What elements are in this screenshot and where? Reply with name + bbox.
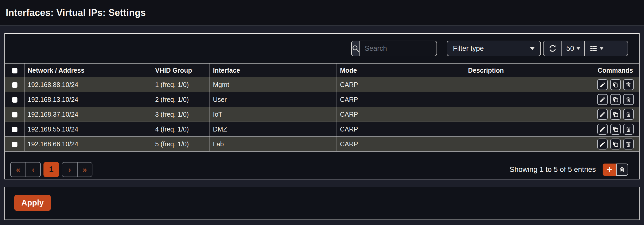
- delete-button[interactable]: [623, 139, 634, 149]
- edit-button[interactable]: [597, 124, 608, 135]
- refresh-icon: [548, 44, 557, 53]
- edit-button[interactable]: [597, 79, 608, 90]
- caret-down-icon: [600, 47, 603, 50]
- add-button[interactable]: +: [603, 164, 616, 176]
- row-checkbox[interactable]: [12, 112, 17, 117]
- column-header-commands: Commands: [592, 64, 639, 77]
- previous-page-button[interactable]: ‹: [26, 162, 40, 177]
- clone-button[interactable]: [610, 94, 621, 105]
- edit-button[interactable]: [597, 139, 608, 149]
- row-checkbox[interactable]: [12, 82, 17, 88]
- pager-forward-group: › »: [62, 162, 92, 177]
- cell-interface: Mgmt: [210, 77, 337, 92]
- delete-selected-button[interactable]: [616, 164, 628, 176]
- clone-button[interactable]: [610, 109, 621, 120]
- cell-vhid-group: 2 (freq. 1/0): [152, 92, 210, 107]
- row-checkbox[interactable]: [12, 97, 17, 103]
- pencil-icon: [599, 141, 606, 147]
- trash-icon: [625, 82, 632, 88]
- cell-network: 192.168.37.10/24: [24, 107, 152, 122]
- page-size-dropdown[interactable]: 50: [561, 41, 584, 56]
- grid-options-group: 50: [543, 41, 628, 56]
- row-checkbox[interactable]: [12, 127, 17, 132]
- plus-icon: +: [607, 164, 612, 175]
- cell-interface: User: [210, 92, 337, 107]
- title-bar: Interfaces: Virtual IPs: Settings: [0, 0, 644, 26]
- column-header-interface[interactable]: Interface: [210, 64, 337, 77]
- trash-icon: [625, 111, 632, 117]
- trash-icon: [625, 96, 632, 103]
- pencil-icon: [599, 82, 606, 88]
- table-row: 192.168.66.10/24 5 (freq. 1/0) Lab CARP: [5, 137, 639, 152]
- cell-network: 192.168.55.10/24: [24, 122, 152, 137]
- last-page-button[interactable]: »: [77, 162, 92, 177]
- cell-vhid-group: 3 (freq. 1/0): [152, 107, 210, 122]
- delete-button[interactable]: [623, 124, 634, 135]
- cell-description: [465, 122, 592, 137]
- caret-down-icon: [530, 47, 535, 50]
- cell-vhid-group: 4 (freq. 1/0): [152, 122, 210, 137]
- cell-network: 192.168.66.10/24: [24, 137, 152, 152]
- page-content: Filter type 50: [0, 26, 644, 220]
- column-header-mode[interactable]: Mode: [337, 64, 465, 77]
- pagination-right: Showing 1 to 5 of 5 entries +: [509, 164, 628, 176]
- search-icon: [352, 41, 360, 56]
- table-row: 192.168.55.10/24 4 (freq. 1/0) DMZ CARP: [5, 122, 639, 137]
- virtual-ips-table: Network / Address VHID Group Interface M…: [5, 63, 639, 152]
- cell-network: 192.168.88.10/24: [24, 77, 152, 92]
- edit-button[interactable]: [597, 94, 608, 105]
- first-page-button[interactable]: «: [11, 162, 26, 177]
- apply-button[interactable]: Apply: [14, 195, 51, 211]
- delete-button[interactable]: [623, 94, 634, 105]
- list-icon: [590, 45, 597, 52]
- cell-mode: CARP: [337, 122, 465, 137]
- cell-interface: Lab: [210, 137, 337, 152]
- cell-network: 192.168.13.10/24: [24, 92, 152, 107]
- delete-button[interactable]: [623, 109, 634, 120]
- clone-icon: [612, 82, 619, 88]
- column-header-network[interactable]: Network / Address: [24, 64, 152, 77]
- column-header-description[interactable]: Description: [465, 64, 592, 77]
- table-row: 192.168.13.10/24 2 (freq. 1/0) User CARP: [5, 92, 639, 107]
- apply-panel: Apply: [4, 187, 640, 220]
- column-header-vhid-group[interactable]: VHID Group: [152, 64, 210, 77]
- grid-toolbar: Filter type 50: [5, 34, 639, 63]
- entries-summary: Showing 1 to 5 of 5 entries: [509, 165, 596, 174]
- next-page-button[interactable]: ›: [62, 162, 77, 177]
- trash-icon: [619, 166, 625, 173]
- edit-button[interactable]: [597, 109, 608, 120]
- filter-type-dropdown[interactable]: Filter type: [447, 41, 541, 56]
- cell-description: [465, 107, 592, 122]
- cell-mode: CARP: [337, 92, 465, 107]
- cell-description: [465, 137, 592, 152]
- refresh-button[interactable]: [544, 41, 561, 56]
- row-checkbox[interactable]: [12, 142, 17, 147]
- select-all-checkbox[interactable]: [12, 68, 17, 73]
- clone-icon: [612, 126, 619, 133]
- cell-interface: DMZ: [210, 122, 337, 137]
- cell-description: [465, 77, 592, 92]
- clone-icon: [612, 141, 619, 147]
- extra-options-button[interactable]: [608, 41, 628, 56]
- clone-button[interactable]: [610, 79, 621, 90]
- trash-icon: [625, 126, 632, 132]
- pencil-icon: [599, 111, 606, 118]
- cell-vhid-group: 5 (freq. 1/0): [152, 137, 210, 152]
- clone-button[interactable]: [610, 139, 621, 149]
- column-selection-dropdown[interactable]: [584, 41, 608, 56]
- virtual-ips-panel: Filter type 50: [4, 33, 640, 179]
- pencil-icon: [599, 126, 606, 133]
- cell-vhid-group: 1 (freq. 1/0): [152, 77, 210, 92]
- clone-icon: [612, 111, 619, 118]
- pencil-icon: [599, 96, 606, 103]
- current-page-button[interactable]: 1: [43, 162, 59, 177]
- pagination-bar: « ‹ 1 › » Showing 1 to 5 of 5 entries +: [10, 162, 628, 177]
- delete-button[interactable]: [623, 79, 634, 90]
- clone-button[interactable]: [610, 124, 621, 135]
- add-delete-group: +: [603, 164, 628, 176]
- clone-icon: [612, 96, 619, 103]
- table-row: 192.168.88.10/24 1 (freq. 1/0) Mgmt CARP: [5, 77, 639, 92]
- pager-back-group: « ‹: [10, 162, 41, 177]
- search-input[interactable]: [360, 41, 437, 56]
- search-box: [351, 41, 437, 56]
